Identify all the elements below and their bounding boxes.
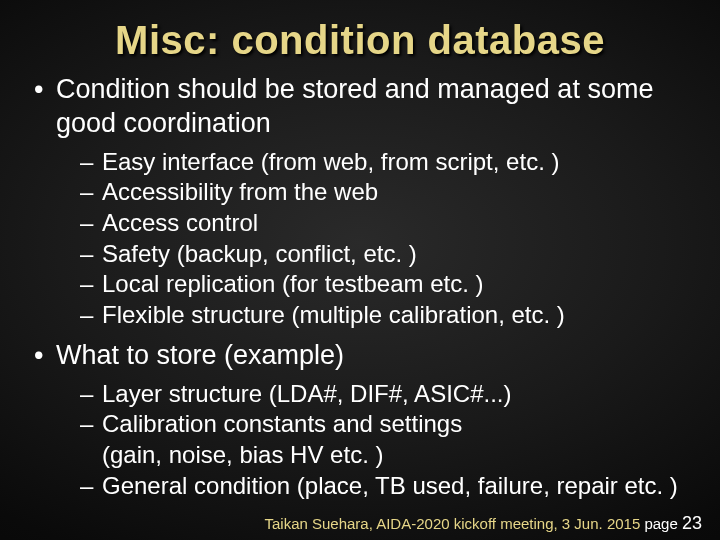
bullet-item: What to store (example) Layer structure … [28, 339, 692, 502]
slide: Misc: condition database Condition shoul… [0, 0, 720, 540]
page-number-value: 23 [682, 513, 702, 533]
sub-bullet-item: Calibration constants and settings (gain… [80, 409, 692, 470]
bullet-item: Condition should be stored and managed a… [28, 73, 692, 331]
bullet-text: Condition should be stored and managed a… [56, 74, 653, 138]
sub-bullet-item: Access control [80, 208, 692, 239]
footer-credit: Taikan Suehara, AIDA-2020 kickoff meetin… [264, 515, 640, 532]
sub-bullet-list: Layer structure (LDA#, DIF#, ASIC#...) C… [56, 379, 692, 502]
sub-bullet-item: Flexible structure (multiple calibration… [80, 300, 692, 331]
slide-title: Misc: condition database [28, 18, 692, 63]
slide-footer: Taikan Suehara, AIDA-2020 kickoff meetin… [264, 513, 702, 534]
sub-bullet-item: Local replication (for testbeam etc. ) [80, 269, 692, 300]
sub-bullet-item: General condition (place, TB used, failu… [80, 471, 692, 502]
bullet-text: What to store (example) [56, 340, 344, 370]
page-label-text: page [644, 515, 677, 532]
sub-bullet-item: Layer structure (LDA#, DIF#, ASIC#...) [80, 379, 692, 410]
sub-bullet-item: Safety (backup, conflict, etc. ) [80, 239, 692, 270]
sub-bullet-list: Easy interface (from web, from script, e… [56, 147, 692, 331]
sub-bullet-item: Accessibility from the web [80, 177, 692, 208]
bullet-list: Condition should be stored and managed a… [28, 73, 692, 501]
sub-bullet-item: Easy interface (from web, from script, e… [80, 147, 692, 178]
